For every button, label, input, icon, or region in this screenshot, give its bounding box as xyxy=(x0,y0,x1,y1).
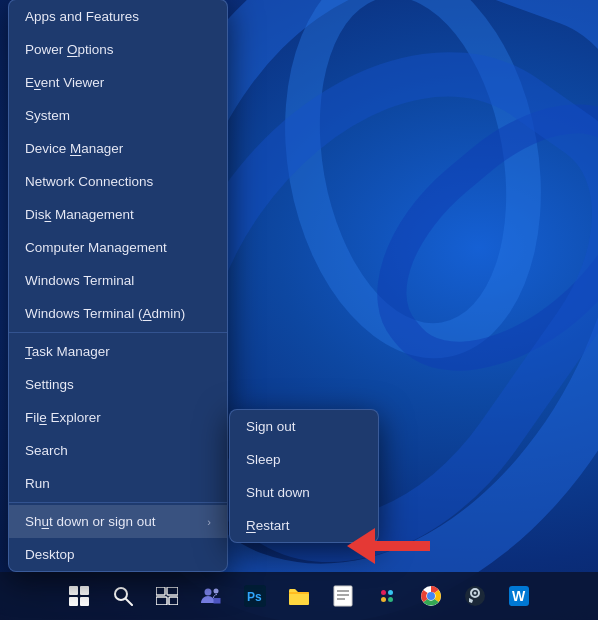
menu-item-desktop[interactable]: Desktop xyxy=(9,538,227,571)
context-menu: Apps and Features Power Options Event Vi… xyxy=(8,0,228,572)
menu-divider-2 xyxy=(9,502,227,503)
photoshop-icon: Ps xyxy=(244,585,266,607)
svg-line-1 xyxy=(126,599,132,605)
task-view-button[interactable] xyxy=(147,576,187,616)
menu-item-settings[interactable]: Settings xyxy=(9,368,227,401)
svg-text:Ps: Ps xyxy=(247,590,262,604)
task-view-icon xyxy=(156,587,178,605)
start-button[interactable] xyxy=(59,576,99,616)
taskbar-search-button[interactable] xyxy=(103,576,143,616)
menu-item-run[interactable]: Run xyxy=(9,467,227,500)
file-explorer-button[interactable] xyxy=(279,576,319,616)
menu-item-search[interactable]: Search xyxy=(9,434,227,467)
menu-item-shut-down-sign-out[interactable]: Shut down or sign out › xyxy=(9,505,227,538)
menu-item-apps-features[interactable]: Apps and Features xyxy=(9,0,227,33)
svg-point-17 xyxy=(381,597,386,602)
teams-button[interactable] xyxy=(191,576,231,616)
svg-point-19 xyxy=(427,592,435,600)
svg-rect-10 xyxy=(334,586,352,606)
chrome-button[interactable] xyxy=(411,576,451,616)
menu-item-windows-terminal[interactable]: Windows Terminal xyxy=(9,264,227,297)
photoshop-button[interactable]: Ps xyxy=(235,576,275,616)
menu-item-computer-management[interactable]: Computer Management xyxy=(9,231,227,264)
svg-point-15 xyxy=(388,590,393,595)
file-explorer-icon xyxy=(288,586,310,606)
svg-point-16 xyxy=(388,597,393,602)
menu-item-network-connections[interactable]: Network Connections xyxy=(9,165,227,198)
chrome-icon xyxy=(420,585,442,607)
menu-item-event-viewer[interactable]: Event Viewer xyxy=(9,66,227,99)
search-icon xyxy=(113,586,133,606)
svg-rect-5 xyxy=(169,597,178,605)
steam-icon xyxy=(464,585,486,607)
arrow-body xyxy=(375,541,430,551)
notepad-icon xyxy=(333,585,353,607)
slack-button[interactable] xyxy=(367,576,407,616)
submenu-arrow-icon: › xyxy=(207,516,211,528)
menu-item-disk-management[interactable]: Disk Management xyxy=(9,198,227,231)
menu-item-system[interactable]: System xyxy=(9,99,227,132)
svg-point-6 xyxy=(205,589,212,596)
slack-icon xyxy=(376,585,398,607)
menu-item-power-options[interactable]: Power Options xyxy=(9,33,227,66)
svg-rect-2 xyxy=(156,587,165,595)
taskbar: Ps xyxy=(0,572,598,620)
svg-rect-3 xyxy=(167,587,178,595)
menu-divider-1 xyxy=(9,332,227,333)
red-arrow xyxy=(347,528,430,564)
svg-point-14 xyxy=(381,590,386,595)
extra-button[interactable]: W xyxy=(499,576,539,616)
submenu-item-shut-down[interactable]: Shut down xyxy=(230,476,378,509)
submenu: Sign out Sleep Shut down Restart xyxy=(229,409,379,543)
svg-rect-4 xyxy=(156,597,167,605)
svg-point-7 xyxy=(214,589,219,594)
submenu-item-sign-out[interactable]: Sign out xyxy=(230,410,378,443)
arrow-head xyxy=(347,528,375,564)
svg-point-0 xyxy=(115,588,127,600)
menu-item-file-explorer[interactable]: File Explorer xyxy=(9,401,227,434)
menu-item-device-manager[interactable]: Device Manager xyxy=(9,132,227,165)
windows-logo-icon xyxy=(69,586,89,606)
store-icon: W xyxy=(508,585,530,607)
menu-item-task-manager[interactable]: Task Manager xyxy=(9,335,227,368)
svg-text:W: W xyxy=(512,588,526,604)
submenu-item-sleep[interactable]: Sleep xyxy=(230,443,378,476)
notepad-button[interactable] xyxy=(323,576,363,616)
teams-icon xyxy=(200,585,222,607)
svg-point-22 xyxy=(474,592,477,595)
menu-item-windows-terminal-admin[interactable]: Windows Terminal (Admin) xyxy=(9,297,227,330)
steam-button[interactable] xyxy=(455,576,495,616)
